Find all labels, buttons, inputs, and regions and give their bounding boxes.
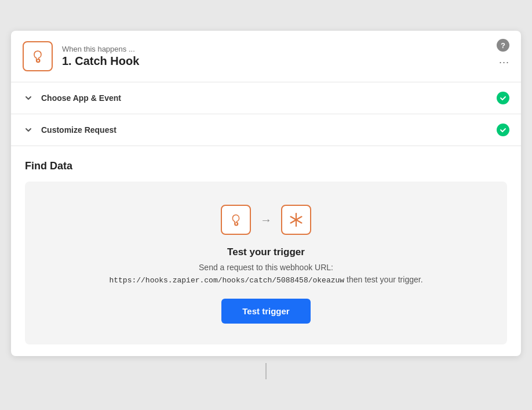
arrow-icon: → (260, 213, 272, 227)
chevron-down-icon (23, 92, 34, 104)
choose-app-event-row[interactable]: Choose App & Event (11, 82, 521, 114)
then-text: then test your trigger. (344, 275, 422, 284)
webhook-line: https://hooks.zapier.com/hooks/catch/508… (109, 274, 422, 285)
test-trigger-description: Send a request to this webhook URL: (199, 263, 333, 272)
header-text: When this happens ... 1. Catch Hook (62, 45, 509, 68)
when-text: When this happens ... (62, 45, 509, 53)
icon-row: → (221, 205, 311, 235)
more-options-icon[interactable]: ··· (499, 56, 509, 68)
test-trigger-button[interactable]: Test trigger (221, 299, 310, 324)
customize-request-row[interactable]: Customize Request (11, 114, 521, 146)
bottom-connector (265, 356, 267, 379)
catch-hook-icon-box (23, 41, 53, 71)
help-icon[interactable]: ? (497, 39, 509, 52)
svg-point-1 (235, 223, 238, 225)
svg-point-0 (37, 59, 40, 62)
find-data-title: Find Data (25, 160, 507, 172)
choose-app-event-label: Choose App & Event (41, 93, 497, 103)
zapier-icon-box (281, 205, 311, 235)
customize-request-label: Customize Request (41, 125, 497, 135)
test-trigger-title: Test your trigger (227, 246, 305, 258)
zapier-logo-icon (287, 211, 305, 228)
checkmark-icon-2 (500, 126, 507, 133)
webhook-url: https://hooks.zapier.com/hooks/catch/508… (109, 276, 344, 285)
chevron-down-icon-2 (23, 124, 34, 136)
source-icon-box (221, 205, 251, 235)
test-area: → Test your trigger Send a reque (25, 182, 507, 344)
page-title: 1. Catch Hook (62, 55, 509, 68)
header-actions: ? ··· (497, 39, 509, 68)
check-icon-row1 (497, 92, 509, 104)
source-hook-icon (228, 212, 244, 228)
hook-icon (29, 48, 46, 65)
connector-line (265, 363, 267, 379)
header-section: When this happens ... 1. Catch Hook ? ··… (11, 31, 521, 82)
main-card: When this happens ... 1. Catch Hook ? ··… (11, 31, 521, 356)
check-icon-row2 (497, 124, 509, 136)
find-data-section: Find Data → (11, 146, 521, 356)
checkmark-icon (500, 95, 507, 101)
